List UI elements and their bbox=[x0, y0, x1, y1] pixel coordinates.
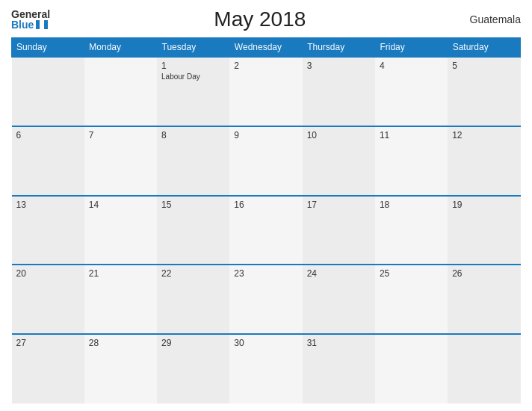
logo-general-text: General bbox=[11, 9, 50, 19]
calendar-cell: 31 bbox=[303, 334, 375, 404]
calendar-cell: 7 bbox=[84, 126, 157, 196]
holiday-label: Labour Day bbox=[161, 72, 225, 81]
column-header-sunday: Sunday bbox=[12, 38, 84, 58]
day-number: 19 bbox=[452, 200, 516, 210]
calendar-cell: 14 bbox=[84, 196, 157, 265]
day-number: 28 bbox=[89, 338, 152, 348]
column-header-wednesday: Wednesday bbox=[229, 38, 302, 58]
calendar-week-row: 20212223242526 bbox=[12, 265, 521, 334]
day-number: 29 bbox=[161, 338, 225, 348]
calendar-cell: 5 bbox=[448, 57, 520, 126]
calendar-week-row: 2728293031 bbox=[12, 334, 521, 404]
calendar-cell bbox=[12, 57, 84, 126]
calendar-cell bbox=[375, 334, 448, 404]
logo-blue-text: Blue bbox=[11, 19, 50, 30]
day-number: 23 bbox=[234, 268, 297, 279]
day-number: 30 bbox=[234, 338, 297, 348]
calendar-cell: 15 bbox=[157, 196, 229, 265]
day-number: 2 bbox=[234, 61, 297, 71]
calendar-cell: 12 bbox=[448, 126, 520, 196]
calendar-cell bbox=[84, 57, 157, 126]
day-number: 9 bbox=[234, 130, 297, 140]
calendar-cell: 16 bbox=[229, 196, 302, 265]
day-number: 27 bbox=[16, 338, 80, 348]
calendar-cell: 17 bbox=[303, 196, 375, 265]
day-number: 13 bbox=[16, 200, 80, 210]
calendar-cell: 1Labour Day bbox=[157, 57, 229, 126]
calendar-cell: 26 bbox=[448, 265, 520, 334]
day-number: 25 bbox=[380, 268, 443, 279]
calendar-cell: 28 bbox=[84, 334, 157, 404]
calendar-cell: 18 bbox=[375, 196, 448, 265]
day-number: 18 bbox=[380, 200, 443, 210]
calendar-cell: 4 bbox=[375, 57, 448, 126]
day-number: 3 bbox=[307, 61, 371, 71]
day-number: 5 bbox=[452, 61, 516, 71]
column-header-friday: Friday bbox=[375, 38, 448, 58]
calendar-cell: 22 bbox=[157, 265, 229, 334]
day-number: 6 bbox=[16, 130, 80, 140]
column-header-saturday: Saturday bbox=[448, 38, 520, 58]
calendar-body: 1Labour Day23456789101112131415161718192… bbox=[12, 57, 521, 404]
day-number: 15 bbox=[161, 200, 225, 210]
calendar-cell: 19 bbox=[448, 196, 520, 265]
day-number: 11 bbox=[380, 130, 443, 140]
calendar-header: General Blue May 2018 Guatemala bbox=[11, 7, 521, 31]
calendar-week-row: 13141516171819 bbox=[12, 196, 521, 265]
day-number: 10 bbox=[307, 130, 371, 140]
day-number: 4 bbox=[380, 61, 443, 71]
day-number: 1 bbox=[161, 61, 225, 71]
day-number: 20 bbox=[16, 268, 80, 279]
day-number: 22 bbox=[161, 268, 225, 279]
day-number: 31 bbox=[307, 338, 371, 348]
day-number: 8 bbox=[161, 130, 225, 140]
calendar-cell: 27 bbox=[12, 334, 84, 404]
calendar-cell: 8 bbox=[157, 126, 229, 196]
calendar-header-row: SundayMondayTuesdayWednesdayThursdayFrid… bbox=[12, 38, 521, 58]
day-number: 16 bbox=[234, 200, 297, 210]
day-number: 26 bbox=[452, 268, 516, 279]
calendar-title: May 2018 bbox=[214, 7, 306, 31]
column-header-tuesday: Tuesday bbox=[157, 38, 229, 58]
calendar-cell bbox=[448, 334, 520, 404]
day-number: 24 bbox=[307, 268, 371, 279]
country-label: Guatemala bbox=[470, 13, 521, 25]
logo-flag-icon bbox=[36, 20, 48, 29]
calendar-cell: 23 bbox=[229, 265, 302, 334]
calendar-cell: 11 bbox=[375, 126, 448, 196]
calendar-cell: 6 bbox=[12, 126, 84, 196]
day-number: 21 bbox=[89, 268, 152, 279]
calendar-cell: 13 bbox=[12, 196, 84, 265]
calendar-cell: 9 bbox=[229, 126, 302, 196]
column-header-monday: Monday bbox=[84, 38, 157, 58]
calendar-table: SundayMondayTuesdayWednesdayThursdayFrid… bbox=[11, 37, 521, 404]
day-number: 17 bbox=[307, 200, 371, 210]
day-number: 14 bbox=[89, 200, 152, 210]
calendar-cell: 10 bbox=[303, 126, 375, 196]
calendar-cell: 29 bbox=[157, 334, 229, 404]
calendar-cell: 2 bbox=[229, 57, 302, 126]
column-header-thursday: Thursday bbox=[303, 38, 375, 58]
calendar-week-row: 6789101112 bbox=[12, 126, 521, 196]
calendar-cell: 3 bbox=[303, 57, 375, 126]
calendar-cell: 25 bbox=[375, 265, 448, 334]
calendar-cell: 21 bbox=[84, 265, 157, 334]
logo: General Blue bbox=[11, 9, 50, 30]
calendar-cell: 30 bbox=[229, 334, 302, 404]
day-number: 7 bbox=[89, 130, 152, 140]
day-number: 12 bbox=[452, 130, 516, 140]
calendar-week-row: 1Labour Day2345 bbox=[12, 57, 521, 126]
calendar-cell: 24 bbox=[303, 265, 375, 334]
calendar-cell: 20 bbox=[12, 265, 84, 334]
